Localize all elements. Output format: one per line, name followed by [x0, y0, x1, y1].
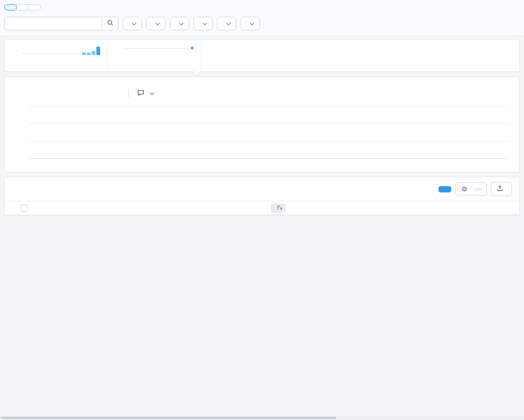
legend-top3[interactable]: ✓ — [15, 90, 26, 97]
positions-filter-dropdown[interactable] — [123, 17, 142, 30]
checkbox-top3[interactable]: ✓ — [15, 90, 23, 97]
organic-positions-table-card: ⚙ — [4, 177, 520, 216]
horizontal-scrollbar[interactable] — [0, 416, 524, 420]
chevron-down-icon — [226, 20, 231, 25]
chevron-down-icon — [132, 20, 136, 25]
keywords-sparkline — [23, 47, 100, 55]
legend-11-20[interactable]: ✓ — [53, 90, 63, 97]
checkbox-serp-features[interactable]: ✓ — [110, 90, 117, 97]
organic-keywords-trend-card: ✓ ✓ ✓ ✓ ✓ ✓ — [4, 77, 520, 173]
traffic-sparkline — [126, 47, 193, 50]
chevron-down-icon — [156, 20, 160, 25]
intent-filter-dropdown[interactable] — [193, 17, 213, 30]
time-range-selector — [477, 92, 509, 95]
export-icon — [497, 185, 503, 193]
divider — [128, 89, 129, 98]
search-icon — [107, 19, 114, 28]
metric-keywords[interactable] — [5, 40, 107, 71]
trend-chart-plot — [29, 106, 509, 158]
checkbox-11-20[interactable]: ✓ — [53, 90, 60, 97]
tab-serp-features[interactable] — [28, 4, 41, 10]
metric-traffic[interactable] — [107, 40, 201, 71]
export-button[interactable] — [491, 182, 512, 196]
trend-chart-bars — [29, 106, 509, 158]
gear-icon: ⚙ — [461, 186, 467, 192]
chevron-down-icon — [150, 90, 154, 94]
trend-legend: ✓ ✓ ✓ ✓ ✓ ✓ — [15, 89, 154, 98]
trend-chart — [15, 106, 509, 158]
table-header-row — [5, 201, 519, 215]
trend-chart-x-axis — [29, 160, 509, 168]
manage-columns-button[interactable]: ⚙ — [455, 182, 487, 196]
chevron-down-icon — [203, 20, 207, 25]
chevron-down-icon — [250, 20, 254, 25]
scrollbar-thumb[interactable] — [1, 417, 336, 419]
tab-all-positions[interactable] — [4, 4, 17, 10]
checkbox-21-50[interactable]: ✓ — [72, 90, 79, 97]
legend-4-10[interactable]: ✓ — [34, 90, 45, 97]
checkbox-51-100[interactable]: ✓ — [91, 90, 98, 97]
tab-organic[interactable] — [16, 4, 29, 10]
metric-traffic-cost[interactable] — [201, 40, 300, 71]
search-button[interactable] — [102, 17, 118, 30]
notes-icon — [137, 90, 144, 98]
position-type-tabs — [4, 4, 41, 10]
trend-chart-y-axis — [15, 106, 29, 158]
kd-filter-dropdown[interactable] — [170, 17, 189, 30]
filter-bar — [4, 17, 520, 30]
column-traffic-pct[interactable] — [237, 203, 286, 213]
notes-dropdown[interactable] — [137, 90, 154, 98]
summary-metrics-card — [4, 39, 520, 72]
manage-columns-badge — [474, 188, 481, 190]
legend-serp-features[interactable]: ✓ — [110, 90, 120, 97]
advanced-filters-dropdown[interactable] — [241, 17, 260, 30]
add-to-keyword-list-button[interactable] — [439, 186, 451, 192]
legend-21-50[interactable]: ✓ — [72, 90, 82, 97]
top-header — [0, 0, 524, 36]
select-all-checkbox[interactable] — [20, 204, 28, 212]
volume-filter-dropdown[interactable] — [146, 17, 166, 30]
legend-51-100[interactable]: ✓ — [91, 90, 101, 97]
checkbox-4-10[interactable]: ✓ — [34, 90, 41, 97]
sort-icon — [277, 205, 282, 211]
serp-features-filter-dropdown[interactable] — [217, 17, 236, 30]
keyword-filter-input[interactable] — [4, 17, 102, 30]
chevron-down-icon — [179, 20, 183, 25]
